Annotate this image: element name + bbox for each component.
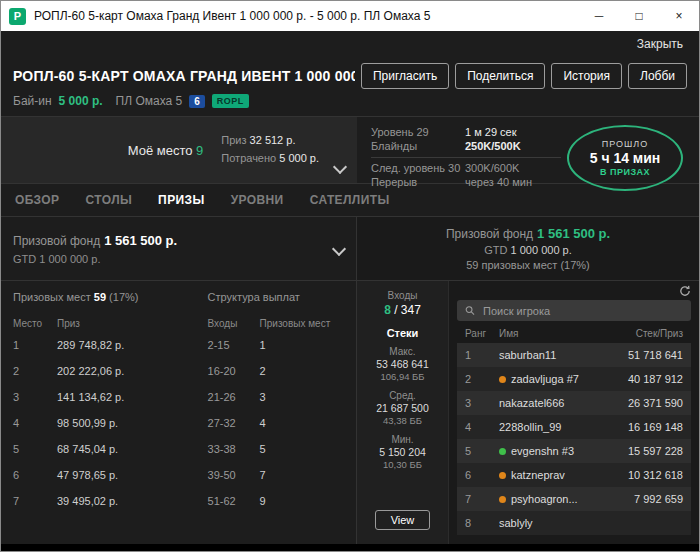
prize-place: 3 (13, 391, 57, 403)
buyin-value: 5 000 р. (59, 94, 103, 108)
player-row[interactable]: 8sablyly (457, 511, 691, 535)
history-button[interactable]: История (551, 63, 622, 89)
player-row[interactable]: 2zadavljuga #740 187 912 (457, 367, 691, 391)
tab-tables[interactable]: СТОЛЫ (86, 193, 133, 207)
player-rank: 8 (465, 517, 499, 529)
prize-amount: 202 222,06 р. (57, 365, 184, 377)
player-row[interactable]: 6katzneprav10 312 618 (457, 463, 691, 487)
player-row[interactable]: 3nakazatel66626 371 590 (457, 391, 691, 415)
refresh-icon[interactable] (679, 284, 691, 298)
my-status-card: Моё место 9 Приз 32 512 р. Потрачено 5 0… (1, 117, 357, 183)
minimize-icon[interactable]: ─ (579, 1, 619, 31)
invite-button[interactable]: Пригласить (361, 63, 449, 89)
share-button[interactable]: Поделиться (455, 63, 545, 89)
structure-entries: 21-26 (208, 391, 260, 403)
col-place: Место (13, 318, 57, 329)
next-level-value: 300K/600K (465, 162, 519, 174)
player-name: sablyly (499, 517, 683, 529)
prize-row: 739 495,02 р. (13, 488, 184, 514)
avg-stack-bb: 43,38 ББ (376, 415, 429, 426)
count-badge: 6 (189, 95, 205, 108)
level-info-panel: Уровень 291 м 29 сек Блайнды250K/500K Сл… (357, 117, 699, 183)
player-name: 2288ollin_99 (499, 421, 628, 433)
players-panel: Ранг Имя Стек/Приз 1saburban1151 718 641… (449, 281, 699, 544)
player-row[interactable]: 42288ollin_9916 169 148 (457, 415, 691, 439)
structure-entries: 51-62 (208, 495, 260, 507)
structure-places: 9 (260, 495, 344, 507)
prize-amount: 39 495,02 р. (57, 495, 184, 507)
prize-place: 6 (13, 469, 57, 481)
player-stack: 15 597 228 (628, 445, 683, 457)
prize-place: 1 (13, 339, 57, 351)
player-name: nakazatel666 (499, 397, 628, 409)
titlebar: P РОПЛ-60 5-карт Омаха Гранд Ивент 1 000… (1, 1, 699, 31)
stacks-stats-panel: Входы 8 / 347 Стеки Макс. 53 468 641 106… (357, 281, 449, 544)
structure-table-body: 2-15116-20221-26327-32433-38539-50751-62… (208, 332, 344, 514)
my-stats: Приз 32 512 р. Потрачено 5 000 р. (221, 132, 319, 167)
prize-table-header: Место Приз (13, 318, 184, 329)
avg-stack-label: Сред. (376, 390, 429, 401)
player-stack: 40 187 912 (628, 373, 683, 385)
player-rank: 2 (465, 373, 499, 385)
fund-value: 1 561 500 р. (104, 233, 177, 248)
places-label: Призовых мест (13, 291, 91, 303)
buyin-label: Бай-ин (13, 94, 52, 108)
elapsed-time: 5 ч 14 мин (590, 150, 661, 166)
tab-overview[interactable]: ОБЗОР (15, 193, 60, 207)
structure-row: 33-385 (208, 436, 344, 462)
min-stack-bb: 10,30 ББ (379, 459, 426, 470)
tab-levels[interactable]: УРОВНИ (231, 193, 284, 207)
player-rank: 7 (465, 493, 499, 505)
game-type-label: ПЛ Омаха 5 (116, 94, 183, 108)
player-rank: 5 (465, 445, 499, 457)
player-row[interactable]: 1saburban1151 718 641 (457, 343, 691, 367)
prize-amount: 289 748,82 р. (57, 339, 184, 351)
lobby-button[interactable]: Лобби (628, 63, 687, 89)
fund-chevron-down-icon[interactable] (332, 241, 346, 255)
player-status-dot-icon (499, 496, 506, 503)
players-right-column: Призовой фонд1 561 500 р. GTD 1 000 000 … (357, 217, 699, 544)
gtd-value: 1 000 000 р. (39, 253, 100, 265)
prize-row: 3141 134,62 р. (13, 384, 184, 410)
player-row[interactable]: 7psyhoagron...7 992 659 (457, 487, 691, 511)
player-status-dot-icon (499, 472, 506, 479)
structure-entries: 2-15 (208, 339, 260, 351)
prize-table-body: 1289 748,82 р.2202 222,06 р.3141 134,62 … (13, 332, 184, 514)
player-stack: 7 992 659 (634, 493, 683, 505)
col-rank: Ранг (465, 328, 499, 339)
search-icon (465, 305, 475, 316)
prize-place: 2 (13, 365, 57, 377)
structure-places: 1 (260, 339, 344, 351)
player-rank: 6 (465, 469, 499, 481)
my-spent-label: Потрачено (221, 152, 276, 164)
player-row[interactable]: 5evgenshn #315 597 228 (457, 439, 691, 463)
prize-place: 7 (13, 495, 57, 507)
app-logo-icon: P (9, 8, 26, 25)
level-time: 1 м 29 сек (465, 126, 517, 138)
fund-summary-label: Призовой фонд (446, 227, 533, 241)
entries-label: Входы (388, 290, 418, 301)
maximize-icon[interactable]: □ (619, 1, 659, 31)
players-table-header: Ранг Имя Стек/Приз (457, 328, 691, 343)
fund-label: Призовой фонд (13, 234, 100, 248)
view-button[interactable]: View (375, 510, 431, 530)
player-search-box[interactable] (457, 300, 691, 321)
player-stack: 10 312 618 (628, 469, 683, 481)
close-lobby-link[interactable]: Закрыть (637, 37, 683, 51)
structure-label: Структура выплат (208, 291, 344, 303)
tab-prizes[interactable]: ПРИЗЫ (158, 193, 205, 207)
my-place: Моё место 9 (128, 143, 204, 158)
close-icon[interactable]: × (659, 1, 699, 31)
prize-amount: 98 500,99 р. (57, 417, 184, 429)
my-place-value: 9 (196, 143, 203, 158)
main-content: Призовой фонд1 561 500 р. GTD 1 000 000 … (1, 217, 699, 544)
tab-satellites[interactable]: САТЕЛЛИТЫ (310, 193, 390, 207)
structure-row: 16-202 (208, 358, 344, 384)
my-place-label: Моё место (128, 143, 193, 158)
prize-fund-summary: Призовой фонд1 561 500 р. GTD 1 000 000 … (357, 217, 699, 281)
my-status-chevron-down-icon[interactable] (333, 160, 347, 174)
entries-current: 8 (384, 303, 391, 317)
player-rank: 4 (465, 421, 499, 433)
entries-total: / 347 (394, 303, 421, 317)
player-search-input[interactable] (481, 304, 683, 318)
